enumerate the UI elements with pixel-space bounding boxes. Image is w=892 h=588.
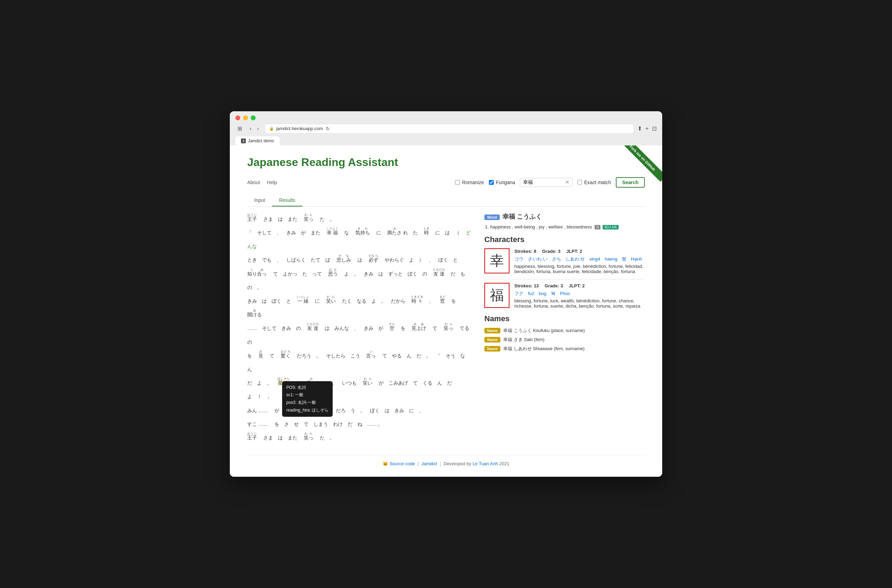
word-badge: Word — [484, 214, 500, 220]
char-card-1: 幸 Strokes: 8 Grade: 3 JLPT: 2 コウ さいわ.い さ… — [484, 248, 645, 274]
tooltip-pos: POS: 名詞 — [286, 384, 328, 392]
url-text: jamdict.herokuapp.com — [276, 126, 323, 131]
tooltip-sc1: sc1: 一般 — [286, 391, 328, 399]
name-entry-3: Name 幸福 しあわせ Shiawase (fem, surname) — [484, 346, 645, 352]
ruby-waratta2: 笑っわら — [304, 435, 313, 441]
ruby-shiriatte: 知り合っしあ — [247, 271, 267, 276]
ruby-tomodachi2: 友達ともだち — [307, 326, 318, 331]
year-text: 2021 — [499, 461, 510, 466]
char-meanings-2: blessing, fortune, luck, wealth, bénédic… — [514, 298, 645, 309]
close-button[interactable] — [235, 116, 240, 120]
exact-match-checkbox[interactable] — [577, 180, 582, 184]
github-icon: 🐱 — [382, 461, 388, 466]
ruby-miage: 見上げみあ — [411, 326, 426, 331]
forward-button[interactable]: › — [255, 124, 261, 133]
ruby-omou: 思うおも — [328, 271, 338, 276]
furigana-label: Furigana — [496, 180, 515, 185]
main-content: 王子おうじ さま は また 笑っわら た 。 「 そして 、 きみ が また 幸… — [247, 212, 645, 445]
name-entry-1: Name 幸福 こうふく Koufuku (place, surname) — [484, 327, 645, 334]
exact-match-label: Exact match — [584, 180, 611, 185]
ellipsis2: …… — [258, 421, 268, 427]
name-badge-1: Name — [484, 328, 501, 333]
name-badge-3: Name — [484, 346, 501, 351]
extensions-button[interactable]: ⊡ — [652, 125, 657, 132]
kanji-box-1: 幸 — [484, 248, 510, 273]
furigana-group: Furigana — [489, 180, 515, 185]
characters-section-title: Characters — [484, 235, 645, 244]
ruby-itte: 言っい — [366, 353, 376, 358]
tab-results[interactable]: Results — [272, 195, 302, 207]
romanize-label: Romanize — [462, 180, 484, 185]
search-bar: Romanize Furigana ✕ Exact match Search — [455, 177, 645, 188]
word-reading: 幸福 こうふく — [502, 212, 542, 221]
char-info-2: Strokes: 13 Grade: 3 JLPT: 2 フク fu2 bog … — [514, 283, 645, 309]
help-link[interactable]: Help — [267, 180, 277, 185]
badge-n: N — [595, 225, 601, 230]
ruby-tokidoki: 時々ときどき — [411, 298, 423, 304]
ruby-issho: 一緒いっしょ — [297, 298, 309, 304]
reload-button[interactable]: ↻ — [326, 126, 330, 132]
lock-icon: 🔒 — [269, 126, 274, 131]
author-link[interactable]: Le Tuan Anh — [472, 461, 498, 466]
sidebar-button[interactable]: ⊞ — [235, 124, 244, 133]
name-badge-2: Name — [484, 337, 501, 342]
right-panel: Word 幸福 こうふく 1. happiness , well-being ,… — [484, 212, 645, 445]
char-readings-1: コウ さいわ.い さち しあわ.せ xing4 haeng 행 Hạnh — [514, 256, 645, 262]
jamdict-link[interactable]: Jamdict — [421, 461, 437, 466]
search-input[interactable] — [523, 180, 565, 185]
search-input-wrap: ✕ — [520, 178, 573, 187]
char-card-2: 福 Strokes: 13 Grade: 3 JLPT: 2 フク fu2 bo… — [484, 283, 645, 309]
char-meta-2: Strokes: 13 Grade: 3 JLPT: 2 — [514, 283, 645, 289]
ruby-warai2: 笑いわら — [363, 380, 372, 386]
clear-button[interactable]: ✕ — [565, 180, 570, 185]
word-result: Word 幸福 こうふく — [484, 212, 645, 221]
footer: 🐱 Source code | Jamdict | Developed by L… — [247, 455, 645, 466]
source-code-link[interactable]: Source code — [390, 461, 415, 466]
romanize-group: Romanize — [455, 180, 484, 185]
exact-match-group: Exact match — [577, 180, 611, 185]
ruby-kanashimi: 悲しみかな — [336, 257, 351, 262]
ruby-waratta: 笑っわら — [304, 216, 313, 222]
ruby-mite: 見み — [258, 353, 263, 358]
char-meta-1: Strokes: 8 Grade: 3 JLPT: 2 — [514, 248, 645, 255]
names-section-title: Names — [484, 314, 645, 323]
tooltip-reading: reading_hira: ほしぞら — [286, 406, 328, 414]
minimize-button[interactable] — [243, 116, 248, 120]
tab-input[interactable]: Input — [247, 195, 272, 207]
name-entry-2: Name 幸福 さき Saki (fem) — [484, 336, 645, 343]
left-panel: 王子おうじ さま は また 笑っわら た 。 「 そして 、 きみ が また 幸… — [247, 212, 474, 445]
char-info-1: Strokes: 8 Grade: 3 JLPT: 2 コウ さいわ.い さち … — [514, 248, 645, 274]
ruby-koufuku: 幸福こうふく — [327, 230, 338, 236]
maximize-button[interactable] — [251, 116, 256, 120]
kanji-box-2: 福 — [484, 283, 510, 308]
fork-ribbon[interactable]: Fork me on GitHub — [621, 146, 662, 187]
about-link[interactable]: About — [247, 180, 260, 185]
romanize-checkbox[interactable] — [455, 180, 460, 185]
page-title: Japanese Reading Assistant — [247, 156, 645, 169]
share-button[interactable]: ⬆ — [637, 125, 642, 132]
furigana-checkbox[interactable] — [489, 180, 494, 185]
ruby-waratte: 笑っわら — [444, 326, 453, 331]
ruby-akeru: 開けるあ — [247, 312, 262, 317]
fork-ribbon-text: Fork me on GitHub — [621, 146, 662, 182]
ruby-toki: 時とき — [424, 230, 429, 236]
active-tab[interactable]: J Jamdict demo — [235, 136, 280, 146]
ruby-michita: 満たさみ — [387, 230, 402, 236]
ruby-mado: 窓まど — [440, 298, 445, 304]
ellipsis: …… — [258, 408, 268, 413]
word-definition: 1. happiness , well-being , joy , welfar… — [484, 224, 645, 230]
ruby-kanarazu: 必ずかなら — [369, 257, 378, 262]
ruby-tomodachi: 友達ともだち — [433, 271, 445, 276]
names-section: Names Name 幸福 こうふく Koufuku (place, surna… — [484, 314, 645, 352]
divider-2: | — [440, 461, 441, 466]
divider-1: | — [418, 461, 419, 466]
back-button[interactable]: ‹ — [247, 124, 253, 133]
address-bar[interactable]: 🔒 jamdict.herokuapp.com ↻ — [265, 124, 634, 134]
badge-adj: ADJ-NA — [603, 225, 619, 230]
char-readings-2: フク fu2 bog 복 Phúc — [514, 291, 645, 297]
tab-favicon: J — [241, 138, 246, 143]
top-nav: About Help Romanize Furigana ✕ Exact ma — [247, 177, 645, 188]
char-meanings-1: happiness, blessing, fortune, joie, béné… — [514, 264, 645, 274]
new-tab-button[interactable]: + — [645, 126, 649, 132]
tooltip-pos3: pos3: 名詞-一般 — [286, 399, 328, 406]
